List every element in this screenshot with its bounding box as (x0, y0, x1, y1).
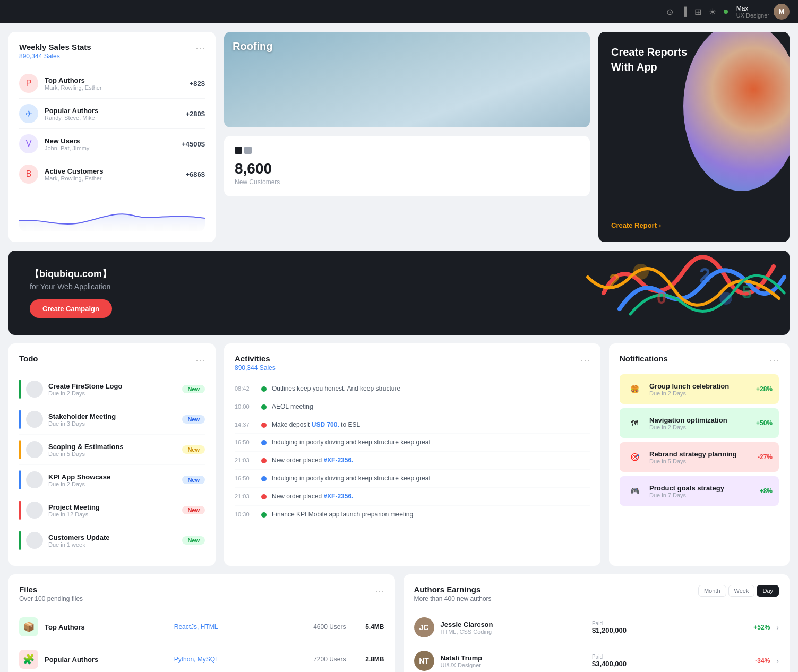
notifications-menu-icon[interactable]: ⋯ (769, 354, 779, 366)
activity-text: AEOL meeting (272, 402, 313, 411)
activity-dot (261, 404, 267, 410)
stat-users: John, Pat, Jimmy (45, 145, 182, 151)
activity-link[interactable]: USD 700. (312, 421, 339, 428)
author-info: Jessie Clarcson HTML, CSS Coding (441, 621, 586, 635)
svg-text:5: 5 (742, 282, 752, 302)
author-info: Natali Trump UI/UX Designer (441, 654, 586, 668)
todo-info: Customers Update Due in 1 week (48, 533, 177, 548)
todo-bar (19, 470, 21, 489)
notification-icon: 🍔 (626, 381, 643, 398)
equalizer-icon[interactable]: ▐ (681, 7, 687, 16)
stat-name: New Users (45, 137, 182, 145)
todo-badge: New (182, 476, 205, 484)
stat-icon: ✈ (19, 104, 38, 123)
notifications-title: Notifications (620, 354, 668, 363)
activity-dot (261, 386, 267, 392)
todo-name: Scoping & Estimations (48, 443, 177, 451)
svg-text:2: 2 (609, 270, 620, 292)
ae-header-text: Authors Earnings More than 400 new autho… (414, 585, 492, 602)
brightness-icon[interactable]: ☀ (709, 7, 716, 17)
create-report-link[interactable]: Create Report › (611, 221, 777, 229)
create-report-label: Create Report (611, 221, 657, 229)
notification-info: Navigation optimization Due in 2 Days (649, 416, 750, 430)
activity-item: 16:50 Indulging in poorly driving and ke… (235, 470, 590, 488)
notification-icon: 🗺 (626, 415, 643, 432)
todo-item: Stakeholder Meeting Due in 3 Days New (19, 404, 205, 435)
todo-header: Todo ⋯ (19, 354, 205, 366)
avatar[interactable]: M (774, 4, 790, 20)
stat-value: +82$ (190, 80, 205, 88)
todo-menu-icon[interactable]: ⋯ (195, 354, 205, 366)
notification-icon: 🎮 (626, 483, 643, 499)
card-header: Weekly Sales Stats 890,344 Sales ⋯ (19, 42, 205, 60)
notification-value: +28% (756, 385, 773, 393)
wave-chart (19, 189, 205, 231)
activity-time: 21:03 (235, 492, 256, 499)
files-menu-icon[interactable]: ⋯ (375, 585, 384, 597)
authors-earnings-card: Authors Earnings More than 400 new autho… (404, 574, 790, 672)
activity-text: Indulging in poorly driving and keep str… (272, 438, 431, 447)
paid-value: $3,400,000 (592, 660, 737, 668)
row-1: Weekly Sales Stats 890,344 Sales ⋯ P Top… (8, 32, 790, 242)
svg-text:2: 2 (699, 264, 710, 287)
activity-time: 10:00 (235, 402, 256, 410)
notification-item: 🍔 Group lunch celebration Due in 2 Days … (620, 374, 779, 404)
notification-info: Rebrand strategy planning Due in 5 Days (649, 450, 751, 464)
ae-filter-button[interactable]: Day (757, 585, 779, 597)
todo-item: Project Meeting Due in 12 Days New (19, 495, 205, 525)
todo-list: Create FireStone Logo Due in 2 Days New … (19, 374, 205, 555)
activities-menu-icon[interactable]: ⋯ (580, 354, 590, 366)
new-customers-card: 8,600 New Customers (224, 136, 590, 196)
stat-info: Popular Authors Randy, Steve, Mike (45, 107, 185, 121)
activity-item: 16:50 Indulging in poorly driving and ke… (235, 434, 590, 452)
roofing-card: // Building grid cells will be injected … (224, 32, 590, 127)
file-tech: ReactJs, HTML (174, 623, 297, 631)
ae-subtitle: More than 400 new authors (414, 595, 492, 602)
roofing-title: Roofing (233, 40, 273, 53)
ae-title: Authors Earnings (414, 585, 492, 594)
create-campaign-button[interactable]: Create Campaign (30, 299, 112, 318)
todo-item: Customers Update Due in 1 week New (19, 525, 205, 555)
ae-filter-button[interactable]: Month (698, 585, 726, 597)
online-indicator (724, 10, 728, 14)
activity-link[interactable]: #XF-2356. (323, 493, 353, 500)
activity-dot (261, 423, 267, 428)
ae-filter-button[interactable]: Week (728, 585, 755, 597)
author-item: JC Jessie Clarcson HTML, CSS Coding Paid… (414, 611, 779, 644)
notification-sub: Due in 5 Days (649, 458, 751, 464)
notification-info: Group lunch celebration Due in 2 Days (649, 382, 750, 397)
todo-name: Create FireStone Logo (48, 382, 177, 390)
stat-icon: B (19, 165, 38, 184)
todo-avatar (26, 502, 43, 519)
activity-link[interactable]: #XF-2356. (323, 456, 353, 464)
new-customers-label: New Customers (235, 178, 579, 186)
cr-title-text: Create ReportsWith App (611, 45, 777, 74)
grid-icon[interactable]: ⊞ (694, 7, 701, 17)
files-title: Files (19, 585, 83, 594)
stat-users: Randy, Steve, Mike (45, 115, 185, 121)
activity-time: 16:50 (235, 438, 256, 445)
notification-name: Rebrand strategy planning (649, 450, 751, 458)
activity-time: 21:03 (235, 456, 256, 463)
stat-rows: P Top Authors Mark, Rowling, Esther +82$… (19, 68, 205, 189)
chevron-right-icon[interactable]: › (776, 623, 779, 632)
stat-row: P Top Authors Mark, Rowling, Esther +82$ (19, 68, 205, 99)
todo-bar (19, 410, 21, 429)
file-item: 📦 Top Authors ReactJs, HTML 4600 Users 5… (19, 611, 384, 643)
file-name: Popular Authors (45, 656, 168, 664)
stat-info: New Users John, Pat, Jimmy (45, 137, 182, 151)
main-content: Weekly Sales Stats 890,344 Sales ⋯ P Top… (0, 23, 798, 672)
chevron-right-icon[interactable]: › (776, 657, 779, 665)
row-3: Files Over 100 pending files ⋯ 📦 Top Aut… (8, 574, 790, 672)
top-navigation: ⊙ ▐ ⊞ ☀ Max UX Designer M (0, 0, 798, 23)
stat-users: Mark, Rowling, Esther (45, 84, 190, 91)
activity-item: 14:37 Make deposit USD 700. to ESL (235, 416, 590, 434)
files-card: Files Over 100 pending files ⋯ 📦 Top Aut… (8, 574, 395, 672)
search-icon[interactable]: ⊙ (666, 7, 673, 17)
file-size: 5.4MB (353, 623, 384, 631)
menu-icon[interactable]: ⋯ (195, 42, 205, 54)
activity-text: Finance KPI Mobile app launch preparion … (272, 510, 413, 519)
todo-info: Stakeholder Meeting Due in 3 Days (48, 412, 177, 427)
activity-item: 21:03 New order placed #XF-2356. (235, 488, 590, 506)
author-role: HTML, CSS Coding (441, 628, 586, 635)
